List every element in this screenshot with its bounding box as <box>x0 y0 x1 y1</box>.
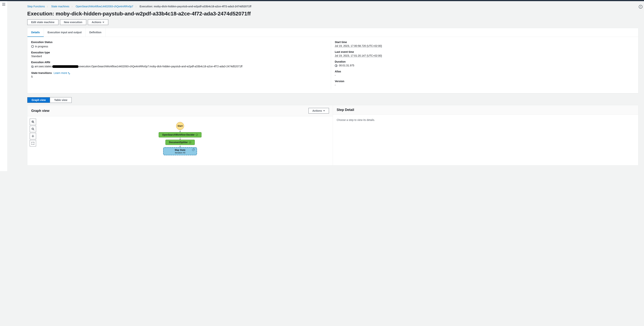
table-view-toggle[interactable]: Table view <box>50 98 72 103</box>
fullscreen-button[interactable] <box>30 140 36 146</box>
breadcrumb-current: Execution: moby-dick-hidden-paystub-and-… <box>140 5 251 8</box>
alias-value: - <box>335 74 634 77</box>
details-col-left: Execution Status ⋯ In progress Execution… <box>31 40 331 90</box>
breadcrumb-link-state-machines[interactable]: State machines <box>51 5 69 8</box>
node-start[interactable]: Start <box>176 122 184 130</box>
help-icon[interactable]: i <box>639 5 642 9</box>
main-content: i Step Functions 〉 State machines 〉 Open… <box>8 1 644 171</box>
action-buttons-row: Edit state machine New execution Actions <box>27 19 638 25</box>
external-link-icon <box>68 72 70 74</box>
version-value: - <box>335 84 634 86</box>
transitions-label: State transitions Learn more <box>31 72 331 74</box>
status-value: In progress <box>35 45 48 48</box>
arn-label: Execution ARN <box>31 61 331 64</box>
caret-down-icon <box>323 110 325 111</box>
arrow-down-icon <box>180 138 180 140</box>
graph-canvas-container: Start OpenSearchWorkflow-Decider Documen… <box>28 116 333 165</box>
in-progress-icon: ⋯ <box>31 45 34 48</box>
graph-panel-header: Graph view Actions <box>28 105 333 116</box>
view-toggle: Graph view Table view <box>27 97 72 103</box>
edit-state-machine-button[interactable]: Edit state machine <box>27 19 58 25</box>
chevron-right-icon: 〉 <box>72 6 74 8</box>
tab-definition[interactable]: Definition <box>86 28 106 37</box>
arrow-down-icon <box>180 130 180 132</box>
detail-empty-text: Choose a step to view its details. <box>337 118 375 122</box>
side-strip <box>0 1 8 171</box>
last-event-value: Jul 19, 2023, 17:01:20.147 (UTC+02:00) <box>335 54 382 57</box>
type-label: Execution type <box>31 51 331 54</box>
breadcrumb: Step Functions 〉 State machines 〉 OpenSe… <box>27 5 638 8</box>
node-decider[interactable]: OpenSearchWorkflow-Decider <box>159 132 202 138</box>
node-splitter[interactable]: DocumentSplitter <box>166 140 195 145</box>
details-grid: Execution Status ⋯ In progress Execution… <box>28 37 638 93</box>
zoom-in-button[interactable] <box>30 119 36 125</box>
chevron-right-icon: 〉 <box>47 6 49 8</box>
graph-canvas[interactable]: Start OpenSearchWorkflow-Decider Documen… <box>31 120 329 155</box>
duration-label: Duration <box>335 60 634 63</box>
type-value: Standard <box>31 55 331 58</box>
details-col-right: Start time Jul 19, 2023, 17:00:58.720 (U… <box>331 40 634 90</box>
node-map-state[interactable]: Map State Iteration #0 <box>163 147 197 155</box>
breadcrumb-link-step-functions[interactable]: Step Functions <box>27 5 45 8</box>
duration-value: 00:01:31.975 <box>339 64 354 67</box>
details-panel: Details Execution input and output Defin… <box>27 28 638 94</box>
graph-view-toggle[interactable]: Graph view <box>28 98 50 103</box>
learn-more-link[interactable]: Learn more <box>54 72 70 74</box>
svg-point-9 <box>32 136 33 136</box>
copy-icon[interactable] <box>31 65 34 68</box>
start-time-value: Jul 19, 2023, 17:00:58.720 (UTC+02:00) <box>335 44 382 48</box>
start-time-label: Start time <box>335 40 634 44</box>
graph-actions-dropdown[interactable]: Actions <box>308 108 329 114</box>
tabs-row: Details Execution input and output Defin… <box>28 28 638 37</box>
detail-panel-header: Step Detail <box>333 105 638 115</box>
check-circle-icon <box>196 134 198 136</box>
actions-label: Actions <box>92 21 101 24</box>
zoom-out-button[interactable] <box>30 126 36 132</box>
arn-redacted <box>52 65 78 68</box>
alias-label: Alias <box>335 70 634 73</box>
version-label: Version <box>335 80 634 83</box>
status-label: Execution Status <box>31 40 331 44</box>
page-title: Execution: moby-dick-hidden-paystub-and-… <box>27 11 638 17</box>
detail-panel-title: Step Detail <box>337 108 354 112</box>
tab-io[interactable]: Execution input and output <box>44 28 86 37</box>
arn-value: arn:aws:states::execution:OpenSearchWork… <box>31 64 331 68</box>
breadcrumb-link-workflow[interactable]: OpenSearchWorkflow14402093-chQe4mRRv0p7 <box>76 5 133 8</box>
last-event-label: Last event time <box>335 50 634 54</box>
tab-details[interactable]: Details <box>28 28 44 37</box>
svg-line-3 <box>34 122 34 123</box>
menu-icon[interactable] <box>2 3 5 6</box>
center-button[interactable] <box>30 133 36 139</box>
clock-icon <box>335 64 338 67</box>
graph-panel-title: Graph view <box>31 109 50 113</box>
split-panel: Graph view Actions <box>27 105 638 166</box>
actions-dropdown-button[interactable]: Actions <box>88 19 108 25</box>
in-progress-icon <box>192 149 194 151</box>
svg-line-7 <box>34 130 34 130</box>
chevron-right-icon: 〉 <box>136 6 138 8</box>
detail-side: Step Detail Choose a step to view its de… <box>333 105 638 165</box>
detail-panel-body: Choose a step to view its details. <box>333 115 638 125</box>
check-circle-icon <box>189 141 191 144</box>
zoom-controls <box>30 119 36 146</box>
arrow-down-icon <box>180 145 180 147</box>
new-execution-button[interactable]: New execution <box>60 19 86 25</box>
transitions-value: 5 <box>31 75 331 78</box>
caret-down-icon <box>102 22 104 23</box>
graph-side: Graph view Actions <box>28 105 333 165</box>
